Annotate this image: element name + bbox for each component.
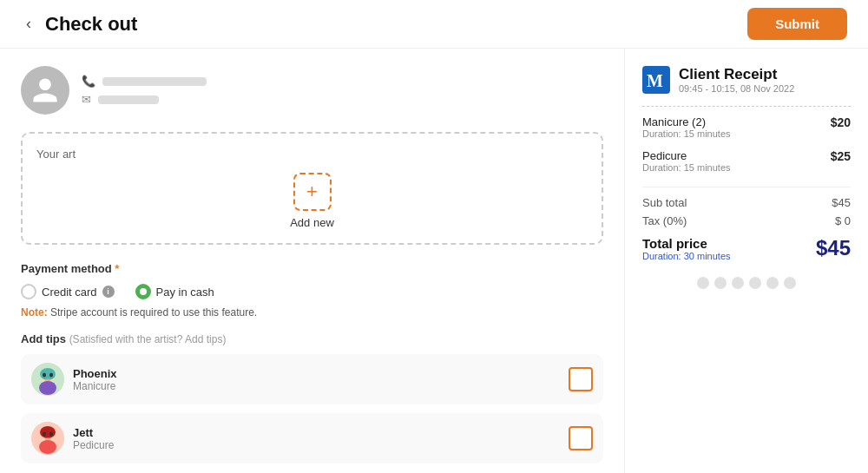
manicure-price: $20 xyxy=(831,115,851,129)
required-star: * xyxy=(112,262,120,275)
subtotal-label: Sub total xyxy=(642,196,687,209)
info-icon: i xyxy=(102,286,115,298)
dot-4 xyxy=(749,277,761,289)
dot-3 xyxy=(732,277,744,289)
tax-row: Tax (0%) $ 0 xyxy=(642,214,851,227)
svg-point-10 xyxy=(43,432,46,437)
tax-value: $ 0 xyxy=(835,214,851,227)
left-panel: 📞 ✉ Your art + Add new Payment method * xyxy=(0,49,625,473)
avatar-jett xyxy=(31,422,64,455)
submit-button[interactable]: Submit xyxy=(747,8,847,40)
tip-info-jett: Jett Pedicure xyxy=(73,426,114,451)
tip-name-phoenix: Phoenix xyxy=(73,367,117,380)
tip-info-phoenix: Phoenix Manicure xyxy=(73,367,117,392)
add-icon: + xyxy=(293,173,332,211)
receipt-subtotal-section: Sub total $45 Tax (0%) $ 0 xyxy=(642,187,851,227)
receipt-line-manicure: Manicure (2) Duration: 15 minutes $20 xyxy=(642,115,851,139)
add-new-button[interactable]: + Add new xyxy=(290,173,334,229)
total-amount: $45 xyxy=(816,236,851,260)
svg-text:M: M xyxy=(647,71,663,90)
user-icon xyxy=(30,76,60,105)
total-row: Total price Duration: 30 minutes $45 xyxy=(642,236,851,261)
email-icon: ✉ xyxy=(82,93,91,106)
credit-card-radio[interactable] xyxy=(21,284,36,299)
pedicure-duration: Duration: 15 minutes xyxy=(642,162,731,173)
receipt-logo-icon: M xyxy=(642,66,670,94)
total-label: Total price xyxy=(642,236,731,251)
tip-checkbox-jett[interactable] xyxy=(569,426,593,450)
avatar-phoenix xyxy=(31,363,64,396)
manicure-name: Manicure (2) xyxy=(642,115,731,128)
svg-point-4 xyxy=(49,373,53,378)
art-label: Your art xyxy=(36,148,588,161)
total-label-col: Total price Duration: 30 minutes xyxy=(642,236,731,261)
payment-note: Note: Stripe account is required to use … xyxy=(21,306,603,319)
client-details: 📞 ✉ xyxy=(82,75,207,106)
jett-avatar-image xyxy=(31,422,64,455)
pedicure-name: Pedicure xyxy=(642,149,731,162)
email-row: ✉ xyxy=(82,93,207,106)
receipt-datetime: 09:45 - 10:15, 08 Nov 2022 xyxy=(679,83,794,94)
art-section: Your art + Add new xyxy=(21,132,603,245)
page-title: Check out xyxy=(45,13,137,36)
tip-service-jett: Pedicure xyxy=(73,439,114,451)
tip-left-phoenix: Phoenix Manicure xyxy=(31,363,117,396)
receipt-divider-top xyxy=(642,106,851,107)
cash-label: Pay in cash xyxy=(156,286,214,299)
payment-options: Credit card i Pay in cash xyxy=(21,284,603,299)
note-text: Stripe account is required to use this f… xyxy=(50,306,257,319)
pedicure-info: Pedicure Duration: 15 minutes xyxy=(642,149,731,173)
manicure-info: Manicure (2) Duration: 15 minutes xyxy=(642,115,731,139)
svg-point-13 xyxy=(39,440,56,454)
tips-label: Add tips (Satisfied with the artist? Add… xyxy=(21,332,603,345)
header-left: ‹ Check out xyxy=(21,13,137,36)
tax-label: Tax (0%) xyxy=(642,214,687,227)
cash-option[interactable]: Pay in cash xyxy=(135,284,214,299)
phone-icon: 📞 xyxy=(82,75,95,88)
payment-section: Payment method * Credit card i Pay in ca… xyxy=(21,262,603,319)
tip-item-phoenix: Phoenix Manicure xyxy=(21,354,603,404)
phoenix-avatar-image xyxy=(31,363,64,396)
avatar xyxy=(21,66,69,115)
subtotal-row: Sub total $45 xyxy=(642,196,851,209)
back-button[interactable]: ‹ xyxy=(21,13,36,35)
receipt-title: Client Receipt xyxy=(679,66,794,83)
credit-card-label: Credit card xyxy=(42,286,97,299)
dot-6 xyxy=(784,277,796,289)
svg-point-6 xyxy=(39,381,56,395)
credit-card-option[interactable]: Credit card i xyxy=(21,284,115,299)
add-new-label: Add new xyxy=(290,216,334,229)
phone-bar xyxy=(102,77,207,86)
email-bar xyxy=(98,95,159,104)
tips-section: Add tips (Satisfied with the artist? Add… xyxy=(21,332,603,463)
payment-label: Payment method * xyxy=(21,262,603,275)
svg-point-3 xyxy=(43,373,46,378)
receipt-header: M Client Receipt 09:45 - 10:15, 08 Nov 2… xyxy=(642,66,851,94)
header: ‹ Check out Submit xyxy=(0,0,868,49)
dot-5 xyxy=(766,277,779,289)
tip-service-phoenix: Manicure xyxy=(73,380,117,392)
tip-name-jett: Jett xyxy=(73,426,114,439)
tip-item-jett: Jett Pedicure xyxy=(21,413,603,463)
svg-point-11 xyxy=(49,432,53,437)
tips-sublabel: (Satisfied with the artist? Add tips) xyxy=(69,333,227,345)
phone-row: 📞 xyxy=(82,75,207,88)
receipt-panel: M Client Receipt 09:45 - 10:15, 08 Nov 2… xyxy=(625,49,868,473)
receipt-line-pedicure: Pedicure Duration: 15 minutes $25 xyxy=(642,149,851,173)
subtotal-value: $45 xyxy=(832,196,851,209)
total-duration: Duration: 30 minutes xyxy=(642,251,731,261)
receipt-dots xyxy=(642,277,851,289)
svg-point-2 xyxy=(40,368,56,380)
dot-1 xyxy=(697,277,709,289)
cash-radio[interactable] xyxy=(135,284,151,299)
pedicure-price: $25 xyxy=(831,149,851,163)
svg-point-9 xyxy=(40,426,56,438)
manicure-duration: Duration: 15 minutes xyxy=(642,128,731,139)
receipt-title-block: Client Receipt 09:45 - 10:15, 08 Nov 202… xyxy=(679,66,794,94)
client-info: 📞 ✉ xyxy=(21,66,603,115)
dot-2 xyxy=(714,277,727,289)
tip-left-jett: Jett Pedicure xyxy=(31,422,114,455)
note-label: Note: xyxy=(21,306,48,319)
tip-checkbox-phoenix[interactable] xyxy=(569,367,593,391)
main-content: 📞 ✉ Your art + Add new Payment method * xyxy=(0,49,868,473)
